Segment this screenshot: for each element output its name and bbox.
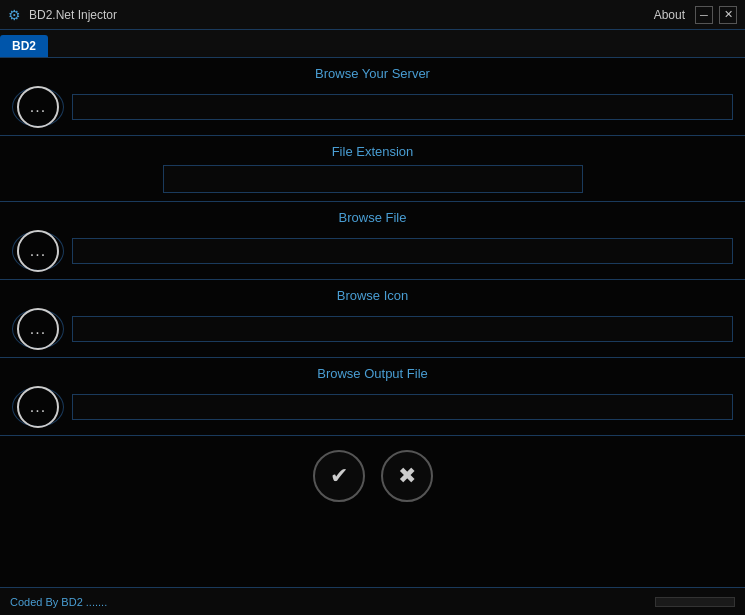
browse-server-title: Browse Your Server (12, 66, 733, 81)
confirm-button[interactable]: ✔ (313, 450, 365, 502)
about-button[interactable]: About (650, 6, 689, 24)
browse-icon-button[interactable]: ... (12, 309, 64, 349)
main-content: Browse Your Server ... File Extension Br… (0, 58, 745, 587)
browse-output-title: Browse Output File (12, 366, 733, 381)
tab-bd2[interactable]: BD2 (0, 35, 48, 57)
tab-bar: BD2 (0, 30, 745, 58)
browse-file-section: Browse File ... (0, 202, 745, 280)
app-title: BD2.Net Injector (29, 8, 117, 22)
browse-server-btn-icon: ... (17, 86, 59, 128)
title-bar-controls: About ─ ✕ (650, 6, 737, 24)
browse-output-row: ... (12, 387, 733, 427)
app-icon: ⚙ (8, 7, 21, 23)
file-extension-title: File Extension (12, 144, 733, 159)
browse-file-button[interactable]: ... (12, 231, 64, 271)
browse-icon-input[interactable] (72, 316, 733, 342)
browse-server-button[interactable]: ... (12, 87, 64, 127)
action-bar: ✔ ✖ (0, 436, 745, 512)
browse-output-btn-icon: ... (17, 386, 59, 428)
browse-file-row: ... (12, 231, 733, 271)
file-extension-input[interactable] (163, 165, 583, 193)
browse-icon-btn-icon: ... (17, 308, 59, 350)
title-bar: ⚙ BD2.Net Injector About ─ ✕ (0, 0, 745, 30)
browse-output-button[interactable]: ... (12, 387, 64, 427)
browse-file-input[interactable] (72, 238, 733, 264)
file-extension-section: File Extension (0, 136, 745, 202)
progress-bar (655, 597, 735, 607)
cancel-button[interactable]: ✖ (381, 450, 433, 502)
browse-output-input[interactable] (72, 394, 733, 420)
browse-output-section: Browse Output File ... (0, 358, 745, 436)
close-button[interactable]: ✕ (719, 6, 737, 24)
browse-server-row: ... (12, 87, 733, 127)
browse-server-section: Browse Your Server ... (0, 58, 745, 136)
browse-file-btn-icon: ... (17, 230, 59, 272)
minimize-button[interactable]: ─ (695, 6, 713, 24)
status-bar: Coded By BD2 ....... (0, 587, 745, 615)
browse-icon-section: Browse Icon ... (0, 280, 745, 358)
browse-icon-title: Browse Icon (12, 288, 733, 303)
status-text: Coded By BD2 ....... (10, 596, 107, 608)
browse-icon-row: ... (12, 309, 733, 349)
file-extension-row (12, 165, 733, 193)
browse-server-input[interactable] (72, 94, 733, 120)
browse-file-title: Browse File (12, 210, 733, 225)
